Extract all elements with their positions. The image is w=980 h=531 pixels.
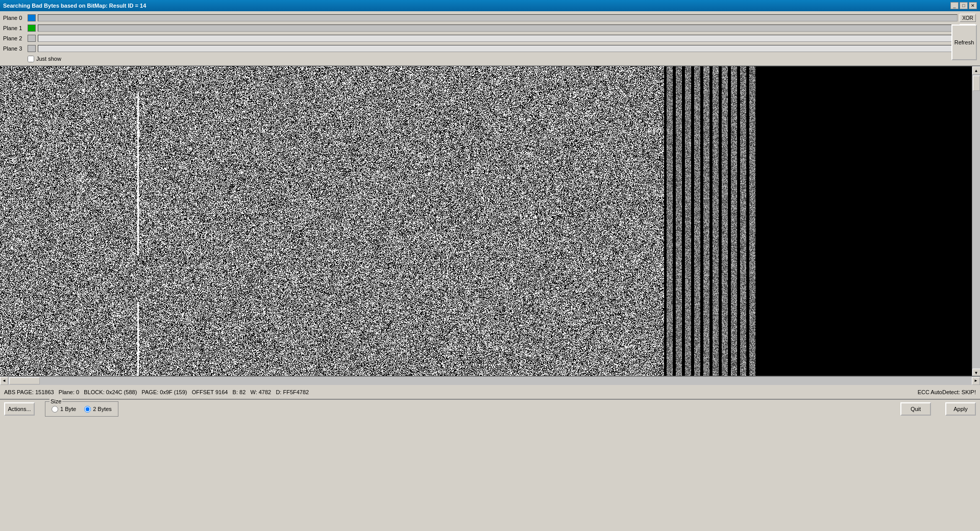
minimize-button[interactable]: _ xyxy=(950,2,959,9)
apply-button[interactable]: Apply xyxy=(945,402,976,416)
plane-2-row: Plane 2 XOR xyxy=(3,34,977,43)
size-2bytes-radio[interactable] xyxy=(84,406,91,413)
vertical-scrollbar[interactable]: ▲ ▼ xyxy=(972,66,980,376)
plane-1-label: Plane 1 xyxy=(3,25,28,31)
just-show-checkbox[interactable] xyxy=(28,56,34,62)
bitmap-canvas[interactable] xyxy=(0,66,755,376)
scroll-thumb[interactable] xyxy=(973,76,980,91)
ecc-status: ECC AutoDetect: SKIP! xyxy=(918,389,976,395)
block-info: BLOCK: 0x24C (588) xyxy=(84,389,137,395)
horizontal-scrollbar[interactable]: ◄ ► xyxy=(0,376,980,384)
actions-button[interactable]: Actions... xyxy=(4,402,35,416)
title-buttons: _ □ ✕ xyxy=(950,2,977,9)
size-2bytes-option[interactable]: 2 Bytes xyxy=(84,406,112,413)
title-bar: Searching Bad Bytes based on BitMap: Res… xyxy=(0,0,980,11)
window-title: Searching Bad Bytes based on BitMap: Res… xyxy=(3,3,146,9)
size-label: Size xyxy=(50,398,62,404)
plane-0-xor-button[interactable]: XOR xyxy=(960,14,976,22)
plane-0-row: Plane 0 XOR xyxy=(3,13,977,22)
plane-1-color xyxy=(28,25,36,32)
status-text: ABS PAGE: 151863 Plane: 0 BLOCK: 0x24C (… xyxy=(4,389,887,395)
bottom-bar: Actions... Size 1 Byte 2 Bytes Quit Appl… xyxy=(0,399,980,418)
h-scroll-thumb[interactable] xyxy=(9,377,40,384)
size-2bytes-label: 2 Bytes xyxy=(93,406,112,412)
plane-3-label: Plane 3 xyxy=(3,45,28,52)
plane-0-bar xyxy=(38,14,958,21)
plane-3-row: Plane 3 XOR xyxy=(3,44,977,53)
plane-0-color xyxy=(28,14,36,21)
scroll-up-button[interactable]: ▲ xyxy=(972,66,981,75)
status-bar: ABS PAGE: 151863 Plane: 0 BLOCK: 0x24C (… xyxy=(0,384,980,399)
plane-2-bar xyxy=(38,35,958,42)
just-show-label: Just show xyxy=(36,56,61,62)
offset-info: OFFSET 9164 xyxy=(192,389,228,395)
size-1byte-label: 1 Byte xyxy=(60,406,76,412)
abs-page: ABS PAGE: 151863 xyxy=(4,389,54,395)
scroll-track[interactable] xyxy=(972,75,981,369)
restore-button[interactable]: □ xyxy=(960,2,968,9)
refresh-button[interactable]: Refresh xyxy=(951,25,977,60)
controls-area: Plane 0 XOR Plane 1 XOR Plane 2 XOR Plan… xyxy=(0,11,980,66)
close-button[interactable]: ✕ xyxy=(969,2,977,9)
plane-1-row: Plane 1 XOR xyxy=(3,23,977,33)
plane-2-color xyxy=(28,35,36,42)
plane-3-color xyxy=(28,45,36,52)
size-group: Size 1 Byte 2 Bytes xyxy=(45,401,118,417)
scroll-left-button[interactable]: ◄ xyxy=(0,377,8,385)
plane-3-bar xyxy=(38,45,958,52)
scroll-right-button[interactable]: ► xyxy=(972,377,980,385)
bitmap-container[interactable]: ▲ ▼ xyxy=(0,66,980,376)
d-info: D: FF5F4782 xyxy=(276,389,309,395)
just-show-row: Just show xyxy=(3,54,977,63)
scroll-down-button[interactable]: ▼ xyxy=(972,369,981,376)
plane-2-label: Plane 2 xyxy=(3,35,28,41)
plane-1-bar xyxy=(38,25,958,32)
page-info: PAGE: 0x9F (159) xyxy=(141,389,187,395)
plane-0-label: Plane 0 xyxy=(3,15,28,21)
w-info: W: 4782 xyxy=(250,389,271,395)
size-1byte-option[interactable]: 1 Byte xyxy=(52,406,76,413)
quit-button[interactable]: Quit xyxy=(900,402,931,416)
size-1byte-radio[interactable] xyxy=(52,406,58,413)
h-scroll-track[interactable] xyxy=(8,377,972,385)
plane-info: Plane: 0 xyxy=(59,389,79,395)
b-info: B: 82 xyxy=(233,389,246,395)
